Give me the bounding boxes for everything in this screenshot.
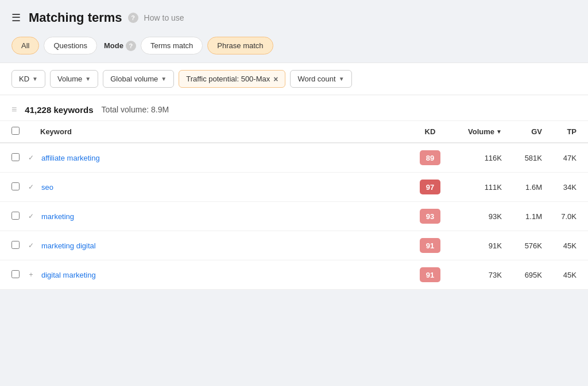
row-tp-2: 7.0K bbox=[542, 212, 577, 221]
drag-icon: ≡ bbox=[11, 104, 17, 115]
select-all-checkbox[interactable] bbox=[11, 127, 20, 135]
traffic-potential-close[interactable]: × bbox=[273, 75, 278, 83]
row-status-icon-4: + bbox=[25, 271, 37, 279]
row-volume-1: 111K bbox=[450, 183, 502, 192]
word-count-dropdown-arrow: ▼ bbox=[339, 76, 345, 82]
row-volume-3: 91K bbox=[450, 241, 502, 250]
row-tp-4: 45K bbox=[542, 271, 577, 279]
filter-bar: All Questions Mode ? Terms match Phrase … bbox=[0, 32, 588, 63]
header-checkbox-cell bbox=[11, 127, 29, 137]
th-gv: GV bbox=[502, 127, 542, 136]
keywords-count: 41,228 keywords bbox=[25, 105, 93, 115]
filter-questions-button[interactable]: Questions bbox=[44, 37, 97, 54]
table-header: Keyword KD Volume ▼ GV TP bbox=[0, 121, 588, 143]
th-tp: TP bbox=[542, 127, 577, 136]
mode-help-icon[interactable]: ? bbox=[126, 41, 136, 51]
table-row: + digital marketing 91 73K 695K 45K bbox=[0, 260, 588, 290]
word-count-dropdown[interactable]: Word count ▼ bbox=[290, 70, 351, 88]
table-row: ✓ marketing digital 91 91K 576K 45K bbox=[0, 231, 588, 260]
row-gv-3: 576K bbox=[502, 241, 542, 250]
table-body: ✓ affiliate marketing 89 116K 581K 47K ✓… bbox=[0, 143, 588, 290]
table-row: ✓ marketing 93 93K 1.1M 7.0K bbox=[0, 202, 588, 231]
row-status-icon-2: ✓ bbox=[25, 212, 37, 220]
volume-dropdown[interactable]: Volume ▼ bbox=[50, 70, 98, 88]
row-checkbox-cell bbox=[11, 153, 23, 163]
kd-badge-0: 89 bbox=[410, 150, 450, 165]
row-volume-2: 93K bbox=[450, 212, 502, 221]
row-status-icon-0: ✓ bbox=[25, 154, 37, 162]
row-checkbox-0[interactable] bbox=[11, 153, 20, 161]
row-checkbox-4[interactable] bbox=[11, 270, 20, 278]
row-volume-0: 116K bbox=[450, 154, 502, 162]
table-row: ✓ seo 97 111K 1.6M 34K bbox=[0, 173, 588, 202]
kd-value-1: 97 bbox=[420, 180, 440, 194]
kd-badge-2: 93 bbox=[410, 209, 450, 224]
traffic-potential-filter: Traffic potential: 500-Max × bbox=[179, 70, 285, 88]
total-volume: Total volume: 8.9M bbox=[102, 105, 169, 114]
row-checkbox-cell bbox=[11, 212, 23, 221]
table-row: ✓ affiliate marketing 89 116K 581K 47K bbox=[0, 143, 588, 173]
how-to-use-link[interactable]: How to use bbox=[144, 13, 184, 22]
kd-dropdown[interactable]: KD ▼ bbox=[11, 70, 45, 88]
row-gv-2: 1.1M bbox=[502, 212, 542, 221]
volume-sort-arrow: ▼ bbox=[496, 128, 502, 135]
kd-badge-1: 97 bbox=[410, 180, 450, 194]
traffic-potential-label: Traffic potential: 500-Max bbox=[186, 75, 270, 83]
th-keyword: Keyword bbox=[40, 127, 410, 136]
kd-value-2: 93 bbox=[420, 209, 440, 224]
header-help-icon[interactable]: ? bbox=[128, 13, 138, 23]
mode-label: Mode ? bbox=[104, 41, 136, 51]
keyword-link-1[interactable]: seo bbox=[39, 183, 410, 192]
row-checkbox-1[interactable] bbox=[11, 182, 20, 190]
kd-badge-3: 91 bbox=[410, 238, 450, 253]
keyword-link-3[interactable]: marketing digital bbox=[39, 241, 410, 250]
row-tp-1: 34K bbox=[542, 183, 577, 192]
th-volume: Volume ▼ bbox=[450, 127, 502, 136]
header: ☰ Matching terms ? How to use bbox=[0, 0, 588, 32]
row-tp-3: 45K bbox=[542, 241, 577, 250]
row-checkbox-cell bbox=[11, 241, 23, 251]
row-gv-4: 695K bbox=[502, 271, 542, 279]
keyword-link-0[interactable]: affiliate marketing bbox=[39, 154, 410, 162]
keyword-link-2[interactable]: marketing bbox=[39, 212, 410, 221]
global-volume-dropdown[interactable]: Global volume ▼ bbox=[103, 70, 174, 88]
row-checkbox-cell bbox=[11, 182, 23, 192]
row-gv-0: 581K bbox=[502, 154, 542, 162]
volume-dropdown-arrow: ▼ bbox=[85, 76, 91, 82]
row-status-icon-1: ✓ bbox=[25, 183, 37, 191]
kd-value-4: 91 bbox=[420, 267, 440, 282]
content: ≡ 41,228 keywords Total volume: 8.9M Key… bbox=[0, 95, 588, 290]
phrase-match-button[interactable]: Phrase match bbox=[207, 37, 273, 54]
kd-badge-4: 91 bbox=[410, 267, 450, 282]
results-summary: ≡ 41,228 keywords Total volume: 8.9M bbox=[0, 95, 588, 121]
row-gv-1: 1.6M bbox=[502, 183, 542, 192]
row-status-icon-3: ✓ bbox=[25, 241, 37, 249]
keyword-link-4[interactable]: digital marketing bbox=[39, 271, 410, 279]
global-volume-dropdown-arrow: ▼ bbox=[161, 76, 167, 82]
row-checkbox-cell bbox=[11, 270, 23, 280]
terms-match-button[interactable]: Terms match bbox=[141, 37, 203, 54]
row-checkbox-3[interactable] bbox=[11, 241, 20, 249]
row-tp-0: 47K bbox=[542, 154, 577, 162]
filter-all-button[interactable]: All bbox=[11, 37, 39, 54]
kd-value-3: 91 bbox=[420, 238, 440, 253]
toolbar: KD ▼ Volume ▼ Global volume ▼ Traffic po… bbox=[0, 63, 588, 95]
th-kd: KD bbox=[410, 127, 450, 136]
kd-dropdown-arrow: ▼ bbox=[32, 76, 38, 82]
keywords-table: Keyword KD Volume ▼ GV TP ✓ affiliate ma… bbox=[0, 121, 588, 290]
page-title: Matching terms bbox=[29, 10, 122, 25]
kd-value-0: 89 bbox=[420, 150, 440, 165]
row-volume-4: 73K bbox=[450, 271, 502, 279]
hamburger-icon[interactable]: ☰ bbox=[11, 11, 21, 24]
page: ☰ Matching terms ? How to use All Questi… bbox=[0, 0, 588, 386]
row-checkbox-2[interactable] bbox=[11, 212, 20, 220]
